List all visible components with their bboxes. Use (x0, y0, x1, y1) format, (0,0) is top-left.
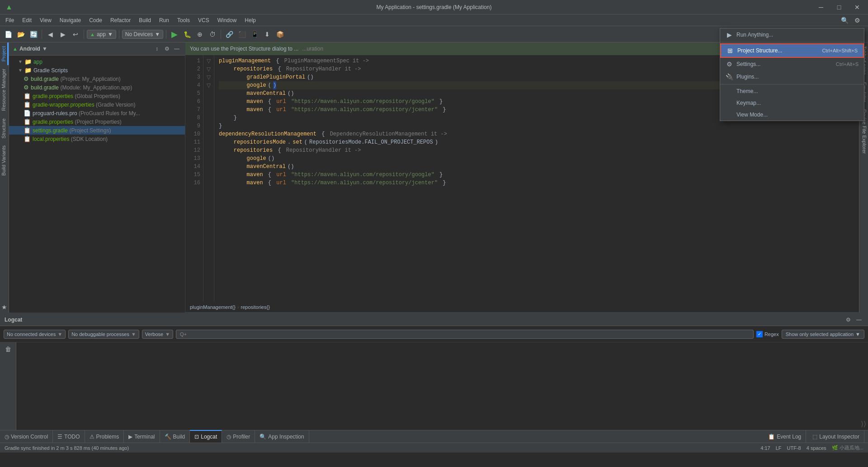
logcat-tab-icon: ⊡ (194, 434, 199, 440)
line-number: 13 (185, 154, 200, 163)
menu-build[interactable]: Build (135, 16, 155, 24)
sync-button[interactable]: 🔄 (28, 29, 39, 40)
cm-view-mode[interactable]: View Mode... (720, 109, 864, 121)
tree-item-gradle-properties-project[interactable]: 📋 gradle.properties (Project Properties) (9, 117, 185, 126)
tree-item-proguard[interactable]: 📄 proguard-rules.pro (ProGuard Rules for… (9, 109, 185, 117)
line-numbers: 1 2 3 4 5 6 7 8 9 10 11 12 13 14 15 16 (185, 55, 203, 302)
forward-button[interactable]: ▶ (57, 29, 68, 40)
window-controls: ─ □ ✕ (812, 0, 868, 14)
settings-button[interactable]: ⚙ (852, 15, 863, 26)
tab-logcat[interactable]: ⊡ Logcat (190, 430, 222, 443)
charset[interactable]: UTF-8 (787, 445, 801, 451)
tab-layout-inspector[interactable]: ⬚ Layout Inspector (808, 430, 864, 443)
project-panel-tab[interactable]: Project (0, 42, 9, 65)
tree-item-local-properties[interactable]: 📋 local.properties (SDK Location) (9, 135, 185, 143)
tab-terminal[interactable]: ▶ Terminal (124, 430, 160, 443)
cursor-position[interactable]: 4:17 (760, 445, 770, 451)
logcat-show-selected-dropdown[interactable]: Show only selected application ▼ (782, 330, 864, 339)
sidebar-close-button[interactable]: — (172, 44, 181, 53)
tree-item-build-gradle-project[interactable]: ⚙ build.gradle (Project: My_Application) (9, 75, 185, 83)
tree-item-app[interactable]: ▼ 📁 app (9, 57, 185, 66)
tab-todo[interactable]: ☰ TODO (53, 430, 85, 443)
tree-item-settings-gradle[interactable]: 📋 settings.gradle (Project Settings) (9, 126, 185, 135)
sdk-manager-button[interactable]: ⬇ (262, 29, 273, 40)
menu-edit[interactable]: Edit (19, 16, 35, 24)
cm-settings[interactable]: ⚙ Settings... Ctrl+Alt+S (720, 58, 864, 70)
cm-view-mode-label: View Mode... (736, 112, 768, 118)
cm-keymap[interactable]: Keymap... (720, 97, 864, 109)
line-number: 15 (185, 171, 200, 179)
menu-view[interactable]: View (36, 16, 55, 24)
breadcrumb-part-2[interactable]: repositories{} (241, 304, 270, 310)
git-info: 🌿 小蔬瓜地... (832, 444, 863, 451)
tab-version-control[interactable]: ◷ Version Control (0, 430, 53, 443)
menu-file[interactable]: File (2, 16, 18, 24)
tab-build[interactable]: 🔨 Build (160, 430, 190, 443)
new-file-button[interactable]: 📄 (3, 29, 14, 40)
run-button[interactable]: ▶ (169, 29, 180, 40)
debug-button[interactable]: 🐛 (182, 29, 193, 40)
close-button[interactable]: ✕ (848, 0, 866, 14)
tab-event-log[interactable]: 📋 Event Log (764, 430, 806, 443)
logcat-search-bar[interactable]: Q+ (176, 330, 754, 339)
device-manager-button[interactable]: 📱 (249, 29, 260, 40)
cm-theme[interactable]: Theme... (720, 85, 864, 97)
line-ending[interactable]: LF (776, 445, 782, 451)
regex-checkbox[interactable]: ✓ (756, 331, 763, 337)
logcat-devices-dropdown[interactable]: No connected devices ▼ (4, 330, 66, 339)
cm-run-anything[interactable]: ▶ Run Anything... (720, 28, 864, 41)
breadcrumb-part-1[interactable]: pluginManagement{} (190, 304, 236, 310)
open-button[interactable]: 📂 (15, 29, 26, 40)
tree-item-gradle-scripts[interactable]: ▼ 📁 Gradle Scripts (9, 66, 185, 75)
tab-layout-inspector-label: Layout Inspector (819, 434, 859, 440)
menu-help[interactable]: Help (241, 16, 259, 24)
minimize-button[interactable]: ─ (812, 0, 830, 14)
logcat-processes-dropdown[interactable]: No debuggable processes ▼ (68, 330, 139, 339)
code-line-13: google() (219, 154, 854, 163)
tree-item-gradle-wrapper[interactable]: 📋 gradle-wrapper.properties (Gradle Vers… (9, 100, 185, 109)
structure-panel-tab[interactable]: Structure (0, 115, 9, 142)
module-selector[interactable]: ▲ app ▼ (87, 30, 116, 39)
tab-app-inspection[interactable]: 🔍 App Inspection (255, 430, 309, 443)
tab-version-control-label: Version Control (11, 434, 48, 440)
cm-project-structure[interactable]: ⊞ Project Structure... Ctrl+Alt+Shift+S (720, 43, 864, 58)
avd-manager-button[interactable]: 📦 (274, 29, 285, 40)
tab-profiler[interactable]: ◷ Profiler (222, 430, 255, 443)
sidebar-collapse-button[interactable]: ↕ (152, 44, 161, 53)
menu-code[interactable]: Code (85, 16, 106, 24)
profile-button[interactable]: ⏱ (207, 29, 218, 40)
device-dropdown-arrow: ▼ (155, 31, 160, 37)
sidebar-dropdown-arrow[interactable]: ▼ (42, 46, 47, 52)
module-label: app (97, 31, 106, 37)
resource-manager-panel-tab[interactable]: Resource Manager (0, 65, 9, 115)
app-inspection-icon: 🔍 (259, 434, 266, 440)
cm-project-structure-label: Project Structure... (737, 47, 782, 54)
favorites-button[interactable]: ★ (0, 302, 9, 313)
tree-item-label: build.gradle (Module: My_Application.app… (31, 84, 132, 91)
menu-vcs[interactable]: VCS (194, 16, 213, 24)
menu-refactor[interactable]: Refactor (107, 16, 134, 24)
cm-plugins[interactable]: 🔌 Plugins... (720, 70, 864, 83)
search-everywhere-button[interactable]: 🔍 (839, 15, 850, 26)
menu-tools[interactable]: Tools (174, 16, 193, 24)
undo-button[interactable]: ↩ (70, 29, 81, 40)
stop-button[interactable]: ⬛ (236, 29, 247, 40)
tree-item-gradle-properties-global[interactable]: 📋 gradle.properties (Global Properties) (9, 92, 185, 100)
logcat-settings-button[interactable]: ⚙ (844, 315, 853, 324)
menu-run[interactable]: Run (156, 16, 173, 24)
clear-logcat-button[interactable]: 🗑 (3, 344, 13, 354)
tree-item-build-gradle-app[interactable]: ⚙ build.gradle (Module: My_Application.a… (9, 83, 185, 92)
indent-spaces[interactable]: 4 spaces (807, 445, 826, 451)
build-variants-tab[interactable]: Build Variants (0, 142, 9, 179)
logcat-level-dropdown[interactable]: Verbose ▼ (142, 330, 173, 339)
maximize-button[interactable]: □ (830, 0, 848, 14)
coverage-button[interactable]: ⊕ (194, 29, 205, 40)
back-button[interactable]: ◀ (45, 29, 56, 40)
menu-window[interactable]: Window (214, 16, 241, 24)
device-selector[interactable]: No Devices ▼ (122, 30, 163, 39)
logcat-minimize-button[interactable]: — (854, 315, 863, 324)
tab-problems[interactable]: ⚠ Problems (85, 430, 124, 443)
menu-navigate[interactable]: Navigate (56, 16, 85, 24)
attach-debugger-button[interactable]: 🔗 (224, 29, 235, 40)
sidebar-settings-button[interactable]: ⚙ (162, 44, 171, 53)
